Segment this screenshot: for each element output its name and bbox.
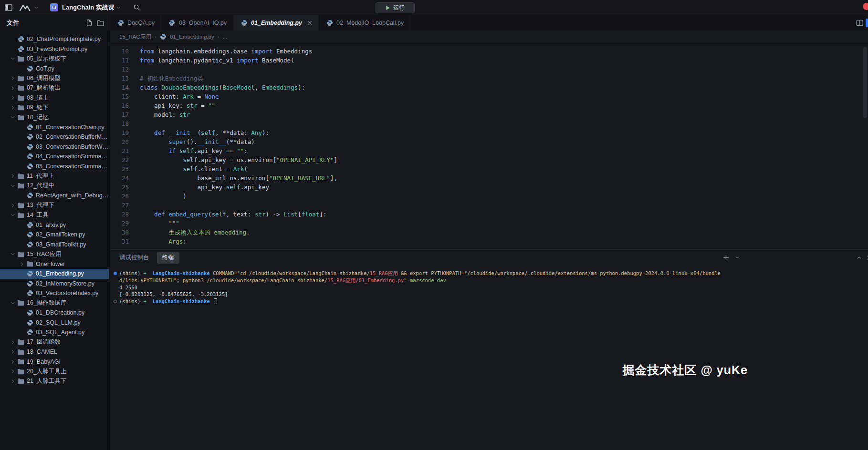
code-line[interactable]: 17 model: str [110, 110, 868, 119]
new-terminal-icon[interactable] [723, 255, 729, 261]
logo-chevron-icon[interactable] [34, 5, 39, 10]
editor-scrollbar[interactable] [863, 47, 867, 118]
chevron-down-icon [10, 213, 16, 217]
code-line[interactable]: 29 """ [110, 219, 868, 228]
tree-item-file[interactable]: 03_FewShotPrompt.py [0, 44, 109, 54]
code-line[interactable]: 25 api_key=self.api_key [110, 183, 868, 192]
code-editor[interactable]: 10from langchain.embeddings.base import … [110, 43, 868, 249]
tree-item-folder[interactable]: 18_CAMEL [0, 347, 109, 357]
tree-item-file[interactable]: 02_ConversationBufferMemor... [0, 132, 109, 142]
tree-item-file[interactable]: 01_ConversationChain.py [0, 123, 109, 133]
tree-item-file[interactable]: 02_GmailToken.py [0, 230, 109, 240]
run-button[interactable]: 运行 [376, 2, 415, 13]
tree-item-folder[interactable]: 05_提示模板下 [0, 54, 109, 64]
tree-item-folder[interactable]: 20_人脉工具上 [0, 367, 109, 377]
code-line[interactable]: 21 if self.api_key == "": [110, 146, 868, 155]
tree-item-folder[interactable]: 10_记忆 [0, 112, 109, 123]
code-line[interactable]: 12 [110, 65, 868, 74]
terminal-output[interactable]: (shims) ➜ LangChain-shizhanke COMMAND="c… [110, 265, 868, 450]
tree-item-file[interactable]: 03_GmailToolkit.py [0, 240, 109, 250]
code-line[interactable]: 20 super().__init__(**data) [110, 137, 868, 146]
code-line[interactable]: 24 base_url=os.environ["OPENAI_BASE_URL"… [110, 174, 868, 183]
new-file-icon[interactable] [86, 20, 93, 26]
tree-item-folder[interactable]: 12_代理中 [0, 181, 109, 191]
tree-item-file[interactable]: 02_InMemoryStore.py [0, 279, 109, 289]
search-icon[interactable] [133, 4, 140, 11]
python-file-icon [168, 20, 176, 26]
tree-item-folder[interactable]: 07_解析输出 [0, 83, 109, 93]
tree-item-file[interactable]: 02_ChatPromptTemplate.py [0, 34, 109, 44]
project-icon [50, 3, 58, 11]
tree-item-folder[interactable]: 15_RAG应用 [0, 249, 109, 259]
breadcrumb-item[interactable]: 01_Embedding.py [170, 34, 214, 40]
chevron-right-icon [10, 369, 16, 374]
tree-item-file[interactable]: ReActAgent_with_Debug.py [0, 191, 109, 201]
tab-terminal[interactable]: 终端 [157, 252, 179, 264]
tree-item-file[interactable]: CoT.py [0, 64, 109, 74]
terminal-dropdown-icon[interactable] [735, 255, 740, 260]
terminal-line: (shims) ➜ LangChain-shizhanke COMMAND="c… [119, 270, 868, 277]
code-line[interactable]: 10from langchain.embeddings.base import … [110, 47, 868, 56]
tree-item-file[interactable]: 01_arxiv.py [0, 220, 109, 230]
tree-item-folder[interactable]: 08_链上 [0, 93, 109, 103]
code-line[interactable]: 15 client: Ark = None [110, 92, 868, 101]
tree-item-file[interactable]: 05_ConversationSummaryBuff... [0, 162, 109, 172]
tree-item-file[interactable]: 01_Embedding.py [0, 269, 109, 279]
code-line[interactable]: 14class DoubaoEmbeddings(BaseModel, Embe… [110, 83, 868, 92]
code-line[interactable]: 27 [110, 201, 868, 210]
tree-item-file[interactable]: 03_SQL_Agent.py [0, 327, 109, 338]
editor-tab[interactable]: 01_Embedding.py [233, 15, 319, 31]
code-line[interactable]: 26 ) [110, 192, 868, 201]
tree-item-file[interactable]: 03_VectorstoreIndex.py [0, 288, 109, 298]
line-number: 24 [110, 174, 129, 183]
folder-icon [17, 75, 24, 82]
app-logo-icon[interactable] [19, 4, 32, 11]
breadcrumb[interactable]: 15_RAG应用›01_Embedding.py›... [110, 31, 868, 43]
run-label: 运行 [393, 4, 405, 12]
tree-item-file[interactable]: 03_ConversationBufferWindo... [0, 142, 109, 152]
editor-tab[interactable]: 02_ModelIO_LoopCall.py [319, 15, 410, 31]
code-line[interactable]: 22 self.api_key = os.environ["OPENAI_API… [110, 155, 868, 164]
tree-item-folder[interactable]: 16_操作数据库 [0, 298, 109, 308]
code-line[interactable]: 13# 初始化Embedding类 [110, 74, 868, 83]
new-folder-icon[interactable] [97, 20, 104, 26]
editor-tab[interactable]: DocQA.py [110, 15, 161, 31]
code-line[interactable]: 19 def __init__(self, **data: Any): [110, 128, 868, 137]
tree-item-folder[interactable]: 21_人脉工具下 [0, 377, 109, 387]
project-name[interactable]: LangChain 实战课 [62, 3, 115, 12]
tree-item-file[interactable]: 01_DBCreation.py [0, 308, 109, 318]
tree-item-folder[interactable]: 13_代理下 [0, 201, 109, 211]
tree-item-folder[interactable]: OneFlower [0, 259, 109, 269]
notification-badge[interactable] [863, 3, 868, 10]
tree-item-file[interactable]: 04_ConversationSummaryMe... [0, 152, 109, 162]
code-line[interactable]: 31 Args: [110, 237, 868, 246]
tree-item-folder[interactable]: 06_调用模型 [0, 73, 109, 83]
split-editor-icon[interactable] [856, 20, 863, 28]
folder-icon [17, 300, 24, 306]
tree-item-folder[interactable]: 09_链下 [0, 103, 109, 113]
tree-item-folder[interactable]: 17_回调函数 [0, 338, 109, 348]
folder-icon [17, 104, 24, 111]
code-line[interactable]: 23 self.client = Ark( [110, 164, 868, 174]
code-line[interactable]: 28 def embed_query(self, text: str) -> L… [110, 210, 868, 219]
tree-item-file[interactable]: 02_SQL_LLM.py [0, 318, 109, 328]
code-line[interactable]: 11from langchain.pydantic_v1 import Base… [110, 56, 868, 65]
tab-debug-console[interactable]: 调试控制台 [119, 254, 149, 262]
breadcrumb-item[interactable]: ... [223, 34, 228, 40]
chevron-right-icon [19, 262, 25, 266]
code-line[interactable]: 16 api_key: str = "" [110, 101, 868, 110]
code-line[interactable]: 30 生成输入文本的 embedding. [110, 228, 868, 237]
breadcrumb-item[interactable]: 15_RAG应用 [119, 33, 151, 41]
file-name: 03_ConversationBufferWindo... [36, 143, 109, 150]
code-line[interactable]: 18 [110, 119, 868, 128]
close-tab-icon[interactable] [307, 20, 312, 25]
file-name: 17_回调函数 [27, 338, 61, 346]
sidebar-toggle-icon[interactable] [5, 4, 12, 11]
panel-maximize-icon[interactable] [857, 255, 862, 260]
project-chevron-icon[interactable] [116, 5, 121, 10]
editor-tab[interactable]: 03_OpenAI_IO.py [161, 15, 233, 31]
tree-item-folder[interactable]: 11_代理上 [0, 171, 109, 181]
tree-item-folder[interactable]: 14_工具 [0, 210, 109, 220]
tree-item-folder[interactable]: 19_BabyAGI [0, 357, 109, 367]
layout-icon[interactable] [866, 19, 868, 27]
